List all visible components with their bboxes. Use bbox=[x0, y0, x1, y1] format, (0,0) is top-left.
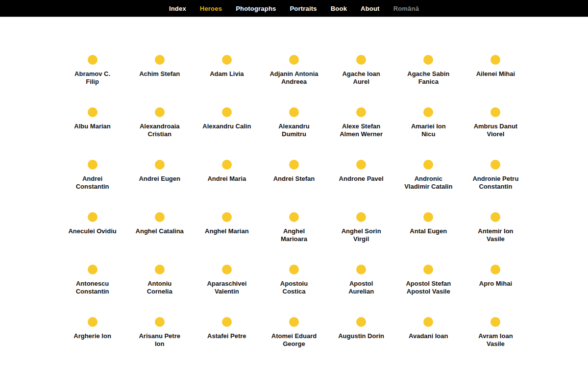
hero-name: Andrei Constantin bbox=[76, 175, 109, 191]
hero-item[interactable]: Andronie Petru Constantin bbox=[462, 160, 529, 191]
hero-dot-icon bbox=[490, 160, 500, 170]
hero-item[interactable]: Albu Marian bbox=[59, 107, 126, 139]
hero-item[interactable]: Antoniu Cornelia bbox=[126, 265, 193, 296]
hero-dot-icon bbox=[490, 55, 500, 65]
hero-item[interactable]: Adjanin Antonia Andreea bbox=[260, 55, 327, 86]
hero-name: Arisanu Petre Ion bbox=[139, 332, 180, 348]
hero-dot-icon bbox=[88, 265, 98, 274]
hero-item[interactable]: Atomei Eduard George bbox=[260, 317, 327, 348]
hero-name: Adjanin Antonia Andreea bbox=[270, 70, 318, 86]
hero-item[interactable]: Apostol Aurelian bbox=[328, 265, 395, 296]
nav-item-book[interactable]: Book bbox=[324, 5, 354, 12]
nav-item-about[interactable]: About bbox=[354, 5, 387, 12]
hero-item[interactable]: Ailenei Mihai bbox=[462, 55, 529, 86]
hero-dot-icon bbox=[423, 212, 433, 222]
hero-item[interactable]: Agache Ioan Aurel bbox=[328, 55, 395, 86]
nav-item-heroes[interactable]: Heroes bbox=[193, 5, 229, 12]
hero-dot-icon bbox=[222, 317, 232, 327]
hero-name: Albu Marian bbox=[74, 123, 110, 130]
hero-name: Andrei Eugen bbox=[139, 175, 180, 183]
hero-name: Aneculei Ovidiu bbox=[68, 227, 116, 235]
hero-item[interactable]: Alexandroaia Cristian bbox=[126, 107, 193, 139]
hero-item[interactable]: Antemir Ion Vasile bbox=[462, 212, 529, 244]
hero-name: Augustin Dorin bbox=[338, 332, 384, 340]
hero-dot-icon bbox=[356, 55, 366, 65]
hero-item[interactable]: Apostol Stefan Apostol Vasile bbox=[395, 265, 462, 296]
hero-item[interactable]: Andrei Constantin bbox=[59, 160, 126, 191]
hero-item[interactable]: Apostoiu Costica bbox=[260, 265, 327, 296]
hero-item[interactable]: Anghel Catalina bbox=[126, 212, 193, 244]
hero-item[interactable]: Argherie Ion bbox=[59, 317, 126, 348]
hero-name: Achim Stefan bbox=[139, 70, 180, 78]
hero-item[interactable]: Alexandru Dumitru bbox=[260, 107, 327, 139]
nav-item-portraits[interactable]: Portraits bbox=[283, 5, 324, 12]
hero-dot-icon bbox=[289, 107, 299, 117]
hero-dot-icon bbox=[356, 212, 366, 222]
hero-item[interactable]: Anghel Marioara bbox=[260, 212, 327, 244]
main-nav: IndexHeroesPhotographsPortraitsBookAbout… bbox=[0, 0, 588, 17]
heroes-page: Abramov C. FilipAchim StefanAdam LiviaAd… bbox=[59, 17, 529, 348]
hero-name: Antonescu Constantin bbox=[76, 280, 109, 295]
hero-item[interactable]: Avram Ioan Vasile bbox=[462, 317, 529, 348]
nav-item-index[interactable]: Index bbox=[162, 5, 193, 12]
hero-name: Antemir Ion Vasile bbox=[478, 227, 513, 243]
hero-dot-icon bbox=[222, 160, 232, 170]
hero-dot-icon bbox=[88, 55, 98, 65]
hero-dot-icon bbox=[88, 317, 98, 327]
hero-name: Apostol Aurelian bbox=[348, 280, 374, 295]
hero-name: Ambrus Danut Viorel bbox=[474, 123, 518, 138]
hero-name: Apro Mihai bbox=[479, 280, 512, 288]
hero-item[interactable]: Achim Stefan bbox=[126, 55, 193, 86]
hero-name: Andrei Stefan bbox=[273, 175, 315, 183]
hero-name: Avadani Ioan bbox=[409, 332, 448, 340]
hero-name: Agache Sabin Fanica bbox=[407, 70, 449, 86]
hero-item[interactable]: Anghel Marian bbox=[193, 212, 260, 244]
hero-item[interactable]: Apro Mihai bbox=[462, 265, 529, 296]
hero-item[interactable]: Aparaschivei Valentin bbox=[193, 265, 260, 296]
hero-name: Androne Pavel bbox=[339, 175, 384, 183]
hero-dot-icon bbox=[88, 107, 98, 117]
hero-item[interactable]: Andrei Maria bbox=[193, 160, 260, 191]
hero-item[interactable]: Astafei Petre bbox=[193, 317, 260, 348]
hero-name: Anghel Catalina bbox=[136, 227, 184, 235]
hero-item[interactable]: Andrei Eugen bbox=[126, 160, 193, 191]
hero-dot-icon bbox=[356, 107, 366, 117]
hero-dot-icon bbox=[356, 317, 366, 327]
heroes-grid: Abramov C. FilipAchim StefanAdam LiviaAd… bbox=[59, 55, 529, 348]
hero-dot-icon bbox=[289, 55, 299, 65]
hero-dot-icon bbox=[155, 265, 165, 274]
hero-dot-icon bbox=[490, 265, 500, 274]
hero-item[interactable]: Alexe Stefan Almen Werner bbox=[328, 107, 395, 139]
hero-item[interactable]: Abramov C. Filip bbox=[59, 55, 126, 86]
nav-item-photographs[interactable]: Photographs bbox=[229, 5, 283, 12]
hero-item[interactable]: Avadani Ioan bbox=[395, 317, 462, 348]
hero-name: Ailenei Mihai bbox=[476, 70, 515, 78]
hero-item[interactable]: Ambrus Danut Viorel bbox=[462, 107, 529, 139]
hero-item[interactable]: Antal Eugen bbox=[395, 212, 462, 244]
hero-item[interactable]: Aneculei Ovidiu bbox=[59, 212, 126, 244]
hero-item[interactable]: Anghel Sorin Virgil bbox=[328, 212, 395, 244]
hero-item[interactable]: Augustin Dorin bbox=[328, 317, 395, 348]
hero-dot-icon bbox=[356, 160, 366, 170]
hero-item[interactable]: Adam Livia bbox=[193, 55, 260, 86]
hero-dot-icon bbox=[490, 212, 500, 222]
hero-dot-icon bbox=[222, 55, 232, 65]
hero-item[interactable]: Androne Pavel bbox=[328, 160, 395, 191]
hero-dot-icon bbox=[222, 107, 232, 117]
hero-item[interactable]: Andrei Stefan bbox=[260, 160, 327, 191]
hero-item[interactable]: Agache Sabin Fanica bbox=[395, 55, 462, 86]
hero-item[interactable]: Amariei Ion Nicu bbox=[395, 107, 462, 139]
nav-item-rom-n-[interactable]: Română bbox=[387, 5, 426, 12]
hero-item[interactable]: Alexandru Calin bbox=[193, 107, 260, 139]
hero-name: Apostol Stefan Apostol Vasile bbox=[406, 280, 451, 295]
hero-item[interactable]: Arisanu Petre Ion bbox=[126, 317, 193, 348]
hero-item[interactable]: Andronic Vladimir Catalin bbox=[395, 160, 462, 191]
hero-item[interactable]: Antonescu Constantin bbox=[59, 265, 126, 296]
hero-dot-icon bbox=[88, 160, 98, 170]
hero-name: Adam Livia bbox=[210, 70, 244, 78]
hero-name: Anghel Marian bbox=[205, 227, 249, 235]
hero-dot-icon bbox=[423, 107, 433, 117]
hero-name: Andronic Vladimir Catalin bbox=[404, 175, 452, 191]
hero-name: Amariei Ion Nicu bbox=[411, 123, 446, 138]
hero-name: Anghel Sorin Virgil bbox=[342, 227, 381, 243]
